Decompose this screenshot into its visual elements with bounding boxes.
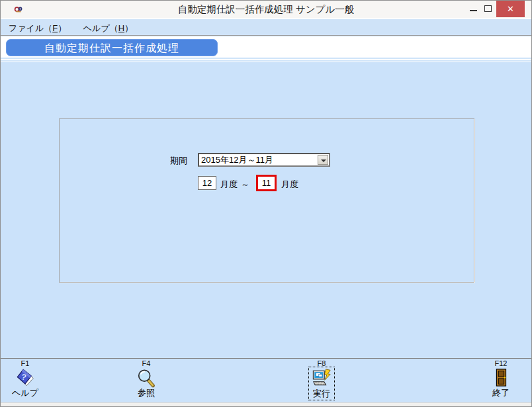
- period-dropdown-button[interactable]: [318, 155, 328, 165]
- exit-button-label: 終了: [481, 388, 521, 398]
- month-to-input[interactable]: [256, 175, 277, 191]
- period-select[interactable]: 2015年12月～11月: [198, 153, 330, 167]
- page-title: 自動定期仕訳一括作成処理: [44, 42, 179, 54]
- exit-door-icon: [491, 368, 511, 388]
- menu-item-help[interactable]: ヘルプ（H）: [75, 19, 140, 34]
- execute-computer-icon: [312, 369, 332, 388]
- menu-bar: ファイル（F） ヘルプ（H）: [1, 18, 531, 36]
- title-bar: 自動定期仕訳一括作成処理 サンプル一般 ✕: [1, 1, 531, 18]
- execute-fkey-label: F8: [302, 360, 341, 367]
- period-select-value: 2015年12月～11月: [201, 155, 273, 165]
- execute-focus-outline: 実行: [309, 367, 334, 400]
- minimize-button[interactable]: [466, 1, 481, 17]
- help-fkey-label: F1: [5, 360, 45, 367]
- close-button[interactable]: ✕: [496, 1, 525, 17]
- browse-fkey-label: F4: [126, 360, 166, 367]
- app-window: 自動定期仕訳一括作成処理 サンプル一般 ✕ ファイル（F） ヘルプ（H） 自動定…: [0, 0, 532, 407]
- window-bottom-border: [1, 402, 531, 407]
- exit-fkey-label: F12: [481, 360, 521, 367]
- minimize-icon: [470, 10, 477, 11]
- window-title: 自動定期仕訳一括作成処理 サンプル一般: [1, 1, 531, 18]
- month-from-suffix-label: 月度: [220, 179, 238, 191]
- function-key-toolbar: F1 ? ヘルプ F4 参照: [1, 359, 531, 402]
- browse-button-label: 参照: [126, 388, 166, 398]
- maximize-icon: [484, 5, 492, 12]
- month-to-suffix-label: 月度: [281, 179, 298, 191]
- maximize-button[interactable]: [481, 1, 496, 17]
- header-strip: 自動定期仕訳一括作成処理: [1, 36, 531, 56]
- help-button-label: ヘルプ: [5, 388, 45, 398]
- form-panel: [59, 118, 474, 283]
- header-divider-stripes: [1, 56, 531, 62]
- page-title-tab: 自動定期仕訳一括作成処理: [6, 39, 218, 56]
- browse-button[interactable]: F4 参照: [126, 360, 166, 398]
- close-icon: ✕: [507, 4, 514, 14]
- exit-button[interactable]: F12 終了: [481, 360, 521, 398]
- magnifier-icon: [136, 368, 156, 388]
- help-book-icon: ?: [15, 368, 35, 388]
- help-button[interactable]: F1 ? ヘルプ: [5, 360, 45, 398]
- execute-button-label: 実行: [312, 388, 332, 398]
- month-from-input[interactable]: [198, 176, 216, 190]
- tilde-label: ～: [241, 179, 249, 191]
- period-label: 期間: [170, 155, 187, 167]
- execute-button[interactable]: F8 実行: [302, 360, 341, 400]
- menu-item-file[interactable]: ファイル（F）: [1, 19, 73, 34]
- chevron-down-icon: [321, 159, 326, 162]
- main-body: 期間 2015年12月～11月 月度 ～ 月度: [1, 62, 531, 358]
